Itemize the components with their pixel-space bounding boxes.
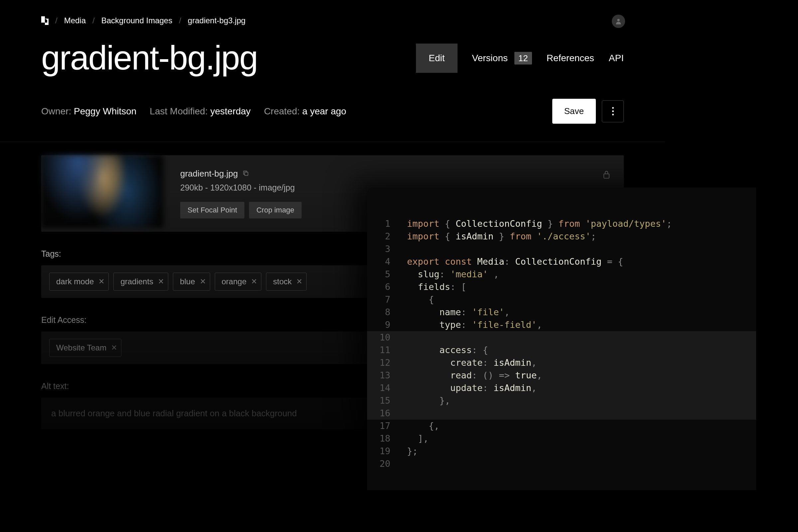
line-number: 14: [367, 382, 407, 394]
code-line: 18 ],: [367, 432, 756, 445]
save-button[interactable]: Save: [552, 99, 596, 124]
more-actions-button[interactable]: [602, 100, 624, 122]
code-content: update: isAdmin,: [407, 382, 756, 394]
lock-icon: [603, 170, 610, 180]
tag-tag: blue✕: [173, 273, 210, 291]
code-line: 10: [367, 331, 756, 344]
code-line: 8 name: 'file',: [367, 306, 756, 319]
code-line: 4export const Media: CollectionConfig = …: [367, 255, 756, 268]
code-content: },: [407, 394, 756, 407]
svg-point-0: [617, 19, 620, 21]
access-tag-label: Website Team: [56, 343, 107, 353]
tag-tag-label: gradients: [120, 277, 153, 286]
tag-tag: dark mode✕: [49, 273, 109, 291]
line-number: 1: [367, 217, 407, 230]
line-number: 2: [367, 230, 407, 243]
line-number: 3: [367, 243, 407, 255]
code-content: type: 'file-field',: [407, 319, 756, 331]
code-line: 14 update: isAdmin,: [367, 382, 756, 394]
code-content: import { isAdmin } from './access';: [407, 230, 756, 243]
code-line: 1import { CollectionConfig } from 'paylo…: [367, 217, 756, 230]
code-content: [407, 331, 756, 344]
tag-tag-label: orange: [222, 277, 247, 286]
line-number: 16: [367, 407, 407, 420]
code-content: [407, 243, 756, 255]
remove-tag-icon[interactable]: ✕: [251, 277, 257, 286]
svg-rect-1: [245, 172, 248, 175]
app-logo-icon[interactable]: [41, 16, 49, 25]
tab-versions[interactable]: Versions 12: [472, 43, 532, 73]
tag-tag: stock✕: [266, 273, 307, 291]
page-title: gradient-bg.jpg: [41, 39, 258, 77]
line-number: 18: [367, 432, 407, 445]
tab-api[interactable]: API: [609, 43, 624, 73]
versions-count-badge: 12: [514, 52, 532, 64]
code-line: 9 type: 'file-field',: [367, 319, 756, 331]
set-focal-point-button[interactable]: Set Focal Point: [180, 202, 244, 218]
tag-tag-label: stock: [273, 277, 291, 286]
line-number: 19: [367, 445, 407, 457]
line-number: 7: [367, 293, 407, 306]
code-content: read: () => true,: [407, 369, 756, 382]
code-line: 2import { isAdmin } from './access';: [367, 230, 756, 243]
line-number: 17: [367, 420, 407, 432]
breadcrumb: / Media / Background Images / gradient-b…: [0, 0, 665, 25]
tab-edit[interactable]: Edit: [416, 43, 457, 73]
copy-icon[interactable]: [242, 169, 249, 179]
code-line: 19};: [367, 445, 756, 457]
code-content: export const Media: CollectionConfig = {: [407, 255, 756, 268]
code-panel: 1import { CollectionConfig } from 'paylo…: [367, 188, 756, 490]
line-number: 8: [367, 306, 407, 319]
tag-tag-label: dark mode: [56, 277, 94, 286]
code-line: 13 read: () => true,: [367, 369, 756, 382]
svg-rect-2: [604, 174, 609, 178]
line-number: 6: [367, 281, 407, 293]
line-number: 10: [367, 331, 407, 344]
code-content: import { CollectionConfig } from 'payloa…: [407, 217, 756, 230]
line-number: 11: [367, 344, 407, 357]
code-line: 15 },: [367, 394, 756, 407]
breadcrumb-background-images[interactable]: Background Images: [101, 16, 172, 25]
crop-image-button[interactable]: Crop image: [249, 202, 302, 218]
remove-tag-icon[interactable]: ✕: [158, 277, 164, 286]
tag-tag: orange✕: [215, 273, 262, 291]
remove-tag-icon[interactable]: ✕: [296, 277, 302, 286]
tab-references[interactable]: References: [547, 43, 594, 73]
code-line: 20: [367, 457, 756, 470]
code-content: {,: [407, 420, 756, 432]
file-thumbnail[interactable]: [41, 155, 164, 228]
remove-tag-icon[interactable]: ✕: [200, 277, 206, 286]
line-number: 12: [367, 357, 407, 369]
line-number: 5: [367, 268, 407, 281]
remove-tag-icon[interactable]: ✕: [111, 343, 117, 352]
tabs: Edit Versions 12 References API: [416, 43, 624, 73]
code-content: {: [407, 293, 756, 306]
user-avatar[interactable]: [612, 15, 625, 28]
owner-meta: Owner: Peggy Whitson: [41, 106, 136, 117]
code-content: access: {: [407, 344, 756, 357]
line-number: 9: [367, 319, 407, 331]
breadcrumb-media[interactable]: Media: [64, 16, 86, 25]
code-line: 11 access: {: [367, 344, 756, 357]
code-line: 6 fields: [: [367, 281, 756, 293]
remove-tag-icon[interactable]: ✕: [98, 277, 104, 286]
code-line: 7 {: [367, 293, 756, 306]
code-line: 12 create: isAdmin,: [367, 357, 756, 369]
file-name: gradient-bg.jpg: [180, 169, 238, 179]
code-content: [407, 457, 756, 470]
code-line: 17 {,: [367, 420, 756, 432]
code-content: create: isAdmin,: [407, 357, 756, 369]
code-line: 16: [367, 407, 756, 420]
tag-tag: gradients✕: [113, 273, 168, 291]
breadcrumb-separator: /: [179, 16, 181, 25]
breadcrumb-separator: /: [92, 16, 95, 25]
code-line: 5 slug: 'media' ,: [367, 268, 756, 281]
code-content: [407, 407, 756, 420]
code-content: name: 'file',: [407, 306, 756, 319]
breadcrumb-separator: /: [55, 16, 58, 25]
code-content: slug: 'media' ,: [407, 268, 756, 281]
modified-meta: Last Modified: yesterday: [150, 106, 251, 117]
tag-tag-label: blue: [180, 277, 195, 286]
line-number: 4: [367, 255, 407, 268]
access-tag: Website Team✕: [49, 339, 121, 357]
